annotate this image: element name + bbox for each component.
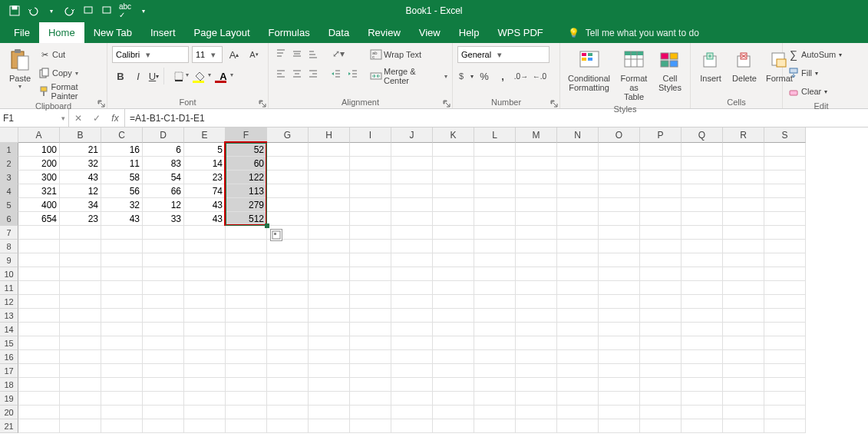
cell[interactable] <box>60 267 101 281</box>
cell[interactable] <box>516 184 557 198</box>
cell[interactable] <box>391 157 433 170</box>
cell[interactable] <box>557 198 599 212</box>
cell[interactable] <box>764 226 806 240</box>
cell[interactable]: 400 <box>18 198 60 212</box>
cell[interactable] <box>60 226 101 240</box>
cell[interactable] <box>557 364 599 378</box>
cell[interactable] <box>101 419 143 433</box>
cell[interactable] <box>18 364 60 378</box>
cell[interactable] <box>60 240 101 253</box>
cell[interactable] <box>433 364 474 378</box>
cell[interactable] <box>682 157 723 170</box>
cell[interactable] <box>474 212 516 226</box>
cell[interactable] <box>640 419 682 433</box>
tab-home[interactable]: Home <box>39 22 84 43</box>
cell[interactable]: 122 <box>226 170 267 184</box>
cell[interactable] <box>640 157 682 170</box>
cell[interactable] <box>391 240 433 253</box>
column-header[interactable]: R <box>723 127 764 143</box>
fill-handle[interactable] <box>265 223 269 228</box>
cell[interactable] <box>599 170 640 184</box>
cell[interactable] <box>101 267 143 281</box>
cell[interactable] <box>433 253 474 267</box>
cell[interactable] <box>557 392 599 406</box>
orientation-icon[interactable]: ⤢▾ <box>328 46 348 61</box>
cell[interactable] <box>184 281 226 295</box>
cell[interactable] <box>309 309 350 323</box>
cell[interactable] <box>723 240 764 253</box>
cell[interactable] <box>640 198 682 212</box>
tab-help[interactable]: Help <box>450 22 489 43</box>
cell[interactable] <box>474 295 516 309</box>
cell[interactable] <box>391 392 433 406</box>
cell[interactable] <box>226 309 267 323</box>
cell[interactable] <box>350 184 391 198</box>
cell[interactable] <box>723 364 764 378</box>
cell[interactable] <box>350 281 391 295</box>
cell[interactable] <box>267 295 309 309</box>
cell[interactable] <box>723 157 764 170</box>
cell[interactable] <box>226 240 267 253</box>
spellcheck-icon[interactable]: abc✓ <box>117 2 134 19</box>
cell[interactable] <box>557 226 599 240</box>
cell[interactable] <box>226 406 267 419</box>
cell[interactable] <box>682 212 723 226</box>
cell[interactable] <box>60 336 101 350</box>
undo-icon[interactable] <box>25 2 41 19</box>
cell[interactable] <box>309 170 350 184</box>
cell[interactable] <box>143 336 184 350</box>
cell[interactable]: 23 <box>60 212 101 226</box>
cell[interactable] <box>60 364 101 378</box>
cell[interactable] <box>474 323 516 336</box>
cell[interactable] <box>474 364 516 378</box>
cell[interactable] <box>226 378 267 392</box>
cell[interactable] <box>350 226 391 240</box>
cell[interactable] <box>682 378 723 392</box>
cell[interactable] <box>640 350 682 364</box>
cell[interactable] <box>18 336 60 350</box>
cell[interactable] <box>640 364 682 378</box>
cell[interactable] <box>723 350 764 364</box>
cell[interactable] <box>433 295 474 309</box>
cell[interactable] <box>682 406 723 419</box>
cell[interactable] <box>350 253 391 267</box>
row-header[interactable]: 19 <box>0 392 18 406</box>
cell[interactable] <box>557 184 599 198</box>
dialog-launcher-icon[interactable] <box>97 99 105 107</box>
cell[interactable] <box>101 253 143 267</box>
copy-button[interactable]: Copy▾ <box>38 65 102 81</box>
cell[interactable] <box>267 392 309 406</box>
cell[interactable] <box>391 406 433 419</box>
cell[interactable] <box>433 267 474 281</box>
cell[interactable] <box>226 226 267 240</box>
cell[interactable] <box>267 309 309 323</box>
border-button[interactable]: ▾ <box>168 68 190 84</box>
cell[interactable] <box>309 281 350 295</box>
cell[interactable] <box>516 198 557 212</box>
cell[interactable] <box>226 350 267 364</box>
cell[interactable] <box>764 143 806 157</box>
cell[interactable] <box>143 281 184 295</box>
cell[interactable] <box>682 281 723 295</box>
cell[interactable]: 43 <box>184 198 226 212</box>
wrap-text-button[interactable]: abcWrap Text <box>370 46 447 63</box>
cell[interactable] <box>143 309 184 323</box>
cell[interactable] <box>350 157 391 170</box>
cell[interactable] <box>184 226 226 240</box>
cell[interactable]: 33 <box>143 212 184 226</box>
cell[interactable] <box>599 143 640 157</box>
cell[interactable] <box>557 350 599 364</box>
cell[interactable] <box>557 309 599 323</box>
cell[interactable] <box>184 419 226 433</box>
cell[interactable] <box>60 295 101 309</box>
cell[interactable] <box>557 295 599 309</box>
cell[interactable] <box>226 295 267 309</box>
cell[interactable] <box>433 198 474 212</box>
bold-button[interactable]: B <box>112 68 129 84</box>
cell[interactable] <box>433 336 474 350</box>
cell[interactable] <box>599 323 640 336</box>
cell[interactable] <box>682 170 723 184</box>
cell[interactable] <box>350 336 391 350</box>
row-header[interactable]: 3 <box>0 170 18 184</box>
cell[interactable] <box>18 309 60 323</box>
